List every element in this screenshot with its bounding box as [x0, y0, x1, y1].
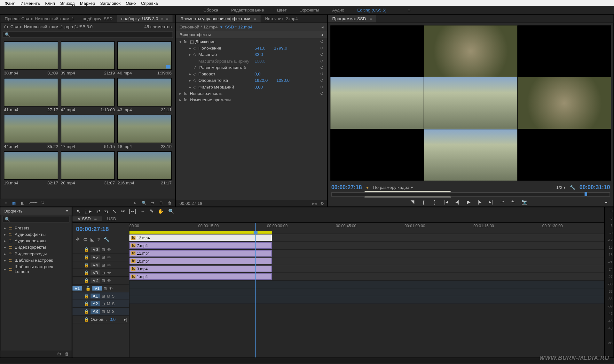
go-end-icon[interactable]: ▸| [124, 317, 127, 322]
sync-lock-icon[interactable]: ⊟ [102, 255, 105, 259]
fx-badge[interactable]: fx [184, 98, 190, 102]
lock-icon[interactable]: 🔒 [84, 255, 89, 259]
menu-marker[interactable]: Маркер [77, 1, 98, 5]
master-track-header[interactable]: 🔒Основ...0,0▸| [73, 315, 129, 323]
audio-track-header[interactable]: 🔒A3⊟MS [73, 308, 129, 315]
menu-edit[interactable]: Изменить [18, 1, 43, 5]
program-tc-left[interactable]: 00:00:27:18 [331, 184, 362, 190]
menu-file[interactable]: Файл [2, 1, 18, 5]
timeline-clip[interactable]: fx11.mp4 [130, 250, 272, 256]
clip-thumbnail[interactable]: 38.mp431:09 [4, 42, 58, 76]
timeline-ruler[interactable]: 00:0000:00:15:0000:00:30:0000:00:45:0000… [130, 223, 604, 234]
motion-transform-icon[interactable]: ⬚ [190, 39, 194, 44]
video-track-header[interactable]: V1🔒V1⊟👁 [73, 284, 129, 292]
slide-icon[interactable]: ↔ [140, 209, 145, 214]
ws-editing[interactable]: Редактирование [231, 8, 264, 12]
track-name[interactable]: A2 [91, 301, 100, 306]
expand-icon[interactable]: ▸ [189, 84, 193, 89]
track-name[interactable]: V6 [91, 247, 100, 252]
effect-folder[interactable]: ▸🗀Видеоэффекты [0, 244, 72, 251]
project-tab-ssd[interactable]: подборку: SSD [78, 15, 117, 22]
timeline-clip[interactable]: fx1.mp4 [130, 273, 272, 280]
panel-menu-icon[interactable]: ≡ [66, 209, 68, 213]
expand-icon[interactable]: ▸ [189, 78, 193, 83]
master-value[interactable]: 0,0 [110, 317, 116, 322]
clip-thumbnail[interactable]: 18.mp423:19 [117, 115, 172, 149]
effect-folder[interactable]: ▸🗀Шаблоны настроек Lumetri [0, 263, 72, 275]
expand-icon[interactable]: ▸ [189, 46, 193, 50]
step-back-icon[interactable]: ◂| [454, 199, 460, 205]
ws-audio[interactable]: Аудио [332, 8, 344, 12]
selection-tool-icon[interactable]: ↖ [77, 208, 81, 214]
freeform-view-icon[interactable]: ◧ [20, 200, 26, 205]
keyframe-icon[interactable]: ◇ [193, 84, 198, 89]
audio-track[interactable] [130, 288, 604, 296]
video-track-header[interactable]: 🔒V2⊟👁 [73, 277, 129, 284]
audio-track[interactable] [130, 296, 604, 304]
clip-thumbnail[interactable]: 44.mp435:22 [4, 115, 58, 149]
timeline-clip[interactable]: fx7.mp4 [130, 242, 272, 249]
lock-icon[interactable]: 🔒 [84, 278, 89, 283]
lock-icon[interactable]: 🔒 [84, 247, 89, 252]
hand-icon[interactable]: ✋ [158, 208, 164, 214]
ec-sequence[interactable]: SSD * 12.mp4 [225, 25, 252, 29]
go-in-icon[interactable]: |◂ [443, 199, 449, 205]
mark-in-icon[interactable]: ◥ [409, 199, 415, 205]
ws-effects[interactable]: Эффекты [300, 8, 319, 12]
clip-thumbnail[interactable]: 39.mp421:19 [61, 42, 115, 76]
expand-icon[interactable]: ▾ [179, 39, 184, 44]
video-track-header[interactable]: 🔒V6⊟👁 [73, 246, 129, 253]
find-icon[interactable]: 🔍 [141, 200, 147, 205]
icon-view-icon[interactable]: ▦ [11, 200, 17, 205]
timeline-clip[interactable]: fx10.mp4 [130, 258, 272, 264]
snap-icon[interactable]: ※ [76, 237, 80, 243]
track-name[interactable]: V3 [91, 270, 100, 275]
video-track[interactable]: fx10.mp4 [130, 257, 604, 265]
mark-clip-icon[interactable]: } [432, 199, 438, 205]
ws-overflow[interactable]: » [408, 8, 411, 12]
button-editor-icon[interactable]: + [603, 199, 609, 205]
menu-clip[interactable]: Клип [43, 1, 58, 5]
video-track-header[interactable]: 🔒V4⊟👁 [73, 261, 129, 269]
sync-lock-icon[interactable]: ⊟ [104, 286, 107, 290]
play-icon[interactable]: ▶ [466, 199, 472, 205]
slip-icon[interactable]: |↔| [129, 209, 136, 214]
lock-icon[interactable]: 🔒 [84, 301, 89, 306]
sync-lock-icon[interactable]: ⊟ [102, 302, 105, 306]
go-out-icon[interactable]: ▸| [488, 199, 494, 205]
menu-sequence[interactable]: Эпизод [58, 1, 77, 5]
toggle-track-icon[interactable]: 👁 [107, 270, 111, 275]
delete-icon[interactable]: 🗑 [65, 351, 69, 356]
sync-lock-icon[interactable]: ⊟ [102, 270, 105, 275]
menu-help[interactable]: Справка [138, 1, 161, 5]
clip-thumbnail[interactable]: 20.mp431:07 [61, 151, 115, 185]
toggle-track-icon[interactable]: 👁 [107, 263, 111, 267]
lock-icon[interactable]: 🔒 [85, 286, 91, 290]
rolling-edit-icon[interactable]: ⇆ [104, 208, 108, 214]
effects-search-input[interactable] [3, 216, 69, 222]
program-viewer[interactable] [330, 26, 611, 181]
sort-icon[interactable]: ⇅ [40, 200, 46, 205]
lock-icon[interactable]: 🔒 [84, 270, 89, 275]
clip-thumbnail[interactable]: 41.mp427:17 [4, 78, 58, 112]
ec-play-icon[interactable]: ▹◃ [312, 201, 317, 206]
sync-lock-icon[interactable]: ⊟ [102, 263, 105, 267]
close-icon[interactable]: × [161, 16, 163, 21]
prop-value[interactable]: 100,0 [255, 58, 265, 63]
settings-icon[interactable]: ▿ [98, 237, 100, 243]
toggle-track-icon[interactable]: 👁 [107, 255, 111, 259]
audio-track[interactable] [130, 281, 604, 288]
keyframe-icon[interactable]: ◇ [193, 52, 198, 57]
clip-thumbnail[interactable]: 40.mp41:39:06 [117, 42, 172, 76]
video-track[interactable]: fx12.mp4 [130, 234, 604, 242]
sync-lock-icon[interactable]: ⊟ [102, 309, 105, 314]
resolution-dropdown[interactable]: 1/2 ▾ [556, 185, 566, 190]
expand-icon[interactable]: ▸ [189, 72, 193, 76]
timeline-clip[interactable]: fx12.mp4 [130, 235, 272, 241]
timeline-tab-usb[interactable]: USB [102, 216, 121, 221]
expand-icon[interactable]: ▸ [189, 52, 193, 57]
ws-cs55[interactable]: Editing (CS5.5) [357, 8, 386, 12]
timeline-timecode[interactable]: 00:00:27:18 [73, 223, 129, 235]
delete-icon[interactable]: 🗑 [167, 200, 173, 205]
program-tc-right[interactable]: 00:00:31:10 [579, 184, 610, 190]
